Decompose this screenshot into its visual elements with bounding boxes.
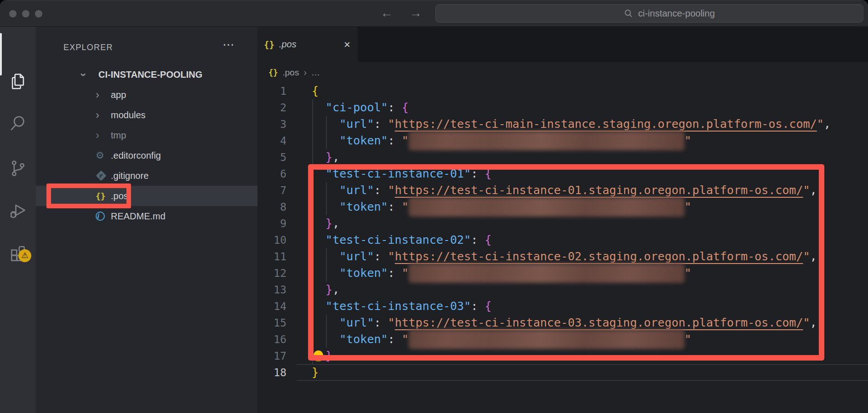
sidebar-header: EXPLORER ⋯ [36, 40, 257, 54]
root-folder-label: CI-INSTANCE-POOLING [98, 69, 202, 80]
vscode-window: ← → ci-instance-pooling [0, 0, 868, 413]
explorer-sidebar: EXPLORER ⋯ › CI-INSTANCE-POOLING ›app›mo… [36, 27, 257, 413]
line-number[interactable]: 3 [257, 116, 286, 132]
file-label: modules [111, 110, 146, 120]
chevron-right-icon: › [96, 131, 111, 140]
line-number[interactable]: 1 [257, 83, 286, 99]
search-icon [623, 8, 634, 18]
line-number[interactable]: 17 [257, 348, 286, 364]
file-label: tmp [111, 130, 126, 141]
activity-bar: ⚠ [0, 27, 36, 413]
search-view-icon [8, 113, 28, 133]
back-button[interactable]: ← [377, 0, 396, 27]
line-number[interactable]: 9 [257, 215, 286, 232]
code-line[interactable]: 5 }, [257, 149, 868, 166]
code-line[interactable]: 2 "ci-pool": { [257, 99, 868, 116]
search-value: ci-instance-pooling [638, 8, 715, 19]
file-tree-root[interactable]: › CI-INSTANCE-POOLING [36, 64, 257, 85]
code-line[interactable]: 3 "url": "https://test-ci-main-instance.… [257, 116, 868, 132]
line-number[interactable]: 2 [257, 99, 286, 116]
code-line[interactable]: 4 "token": "" [257, 132, 868, 149]
file-tree-item-gitignore[interactable]: .gitignore [36, 166, 257, 186]
sidebar-item-run-debug[interactable] [0, 196, 36, 225]
file-label: .gitignore [111, 171, 148, 181]
file-tree-item-README.md[interactable]: iREADME.md [36, 206, 257, 226]
run-debug-icon [8, 201, 28, 221]
line-number[interactable]: 6 [257, 166, 286, 182]
sidebar-item-explorer[interactable] [0, 67, 36, 96]
chevron-down-icon: › [82, 70, 98, 79]
line-number[interactable]: 15 [257, 315, 286, 331]
code-text: "url": "https://test-ci-main-instance.st… [286, 116, 831, 132]
source-control-icon [8, 158, 28, 178]
code-text: } [286, 364, 319, 381]
back-arrow-icon: ← [381, 6, 393, 20]
traffic-light-close[interactable] [9, 10, 17, 17]
file-tree-item-editorconfig[interactable]: ⚙.editorconfig [36, 145, 257, 166]
breadcrumb-symbol[interactable]: … [311, 68, 320, 78]
code-text: }, [286, 149, 339, 166]
breadcrumb-file[interactable]: .pos [282, 68, 299, 78]
tab-pos[interactable]: {} .pos × [257, 27, 358, 62]
code-text: "ci-pool": { [286, 99, 409, 116]
tab-label: .pos [279, 39, 297, 50]
file-tree-item-app[interactable]: ›app [36, 85, 257, 105]
json-icon: {} [264, 40, 274, 50]
files-icon [8, 71, 28, 92]
line-number[interactable]: 11 [257, 248, 286, 265]
annotation-box-pos-file [46, 184, 131, 208]
file-tree-item-tmp[interactable]: ›tmp [36, 125, 257, 145]
extensions-warning-badge: ⚠ [18, 249, 31, 262]
file-label: app [111, 90, 126, 100]
code-text: { [286, 83, 319, 99]
file-label: README.md [111, 211, 166, 222]
forward-arrow-icon: → [410, 6, 422, 20]
code-text: "token": "" [286, 132, 691, 149]
line-number[interactable]: 7 [257, 182, 286, 199]
tab-strip: {} .pos × [257, 27, 868, 62]
sidebar-item-source-control[interactable] [0, 154, 36, 183]
close-icon[interactable]: × [344, 38, 350, 51]
sidebar-item-extensions[interactable]: ⚠ [0, 238, 36, 268]
traffic-light-zoom[interactable] [35, 10, 42, 17]
chevron-right-icon: › [96, 110, 111, 120]
line-number[interactable]: 16 [257, 331, 286, 348]
forward-button[interactable]: → [406, 0, 425, 27]
info-icon: i [96, 212, 105, 221]
chevron-right-icon: › [96, 90, 111, 99]
git-icon [96, 171, 107, 181]
breadcrumb: {} .pos › … [257, 62, 868, 83]
annotation-box-instances [308, 164, 824, 361]
line-number[interactable]: 18 [257, 364, 286, 381]
traffic-light-minimize[interactable] [22, 10, 29, 17]
json-icon: {} [268, 68, 278, 77]
sidebar-title: EXPLORER [63, 40, 113, 54]
command-center-search[interactable]: ci-instance-pooling [435, 4, 863, 23]
line-number[interactable]: 12 [257, 265, 286, 281]
line-number[interactable]: 13 [257, 281, 286, 298]
line-number[interactable]: 14 [257, 298, 286, 315]
more-actions-icon[interactable]: ⋯ [223, 38, 234, 52]
line-number[interactable]: 5 [257, 149, 286, 166]
code-line[interactable]: 18} [257, 364, 868, 381]
line-number[interactable]: 8 [257, 199, 286, 215]
file-label: .editorconfig [111, 150, 161, 161]
line-number[interactable]: 10 [257, 232, 286, 248]
gear-icon: ⚙ [96, 150, 104, 161]
chevron-right-icon: › [303, 67, 307, 78]
code-line[interactable]: 1{ [257, 83, 868, 99]
redacted-token [409, 131, 685, 150]
title-bar: ← → ci-instance-pooling [0, 0, 868, 27]
line-number[interactable]: 4 [257, 132, 286, 149]
sidebar-item-search[interactable] [0, 109, 36, 138]
file-tree-item-modules[interactable]: ›modules [36, 105, 257, 125]
